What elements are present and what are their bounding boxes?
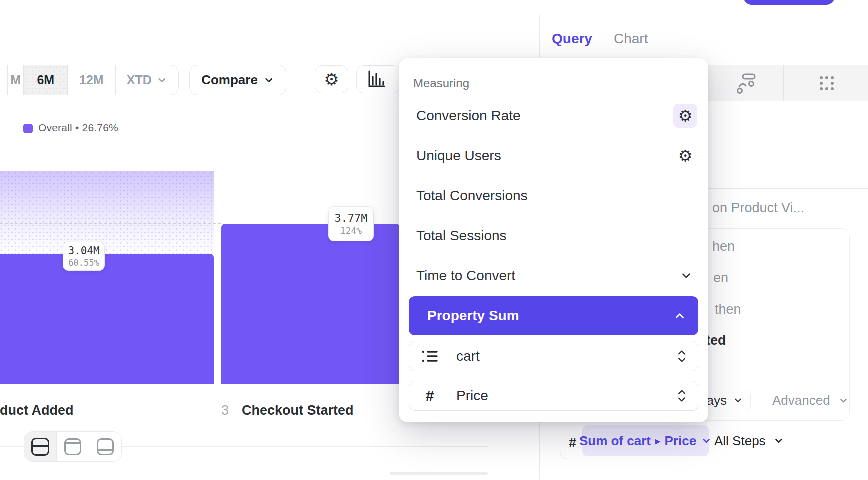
time-range-xtd[interactable]: XTD [116, 66, 178, 95]
item-settings-button[interactable]: ⚙ [674, 104, 698, 128]
top-header-strip [0, 0, 868, 16]
table-top-edge [390, 472, 488, 475]
chevron-down-icon [264, 75, 274, 86]
chart-type-button[interactable] [356, 66, 400, 94]
menu-item-unique-users[interactable]: Unique Users ⚙ [399, 136, 708, 176]
menu-item-time-to-convert[interactable]: Time to Convert [399, 256, 708, 296]
time-range-m[interactable]: M [8, 66, 24, 95]
dots-grid-icon [818, 74, 836, 92]
item-settings-button[interactable]: ⚙ [674, 144, 698, 168]
step-fragment-1: hen [712, 239, 735, 254]
primary-action-button[interactable] [744, 0, 835, 5]
time-range-control: M 6M 12M XTD [0, 65, 179, 96]
bar-chart-icon [367, 70, 387, 89]
split-rows-icon [32, 438, 50, 456]
select-updown-icon [676, 388, 688, 404]
layout-top-panel-button[interactable] [56, 432, 89, 462]
legend-label: Overall • 26.76% [38, 122, 118, 134]
menu-item-conversion-rate[interactable]: Conversion Rate ⚙ [399, 96, 708, 136]
step2-value: 3.04M [68, 245, 100, 257]
list-icon [419, 348, 441, 364]
funnel-value-card-step2: 3.04M 60.55% [63, 242, 105, 271]
chart-settings-button[interactable]: ⚙ [315, 66, 348, 94]
top-panel-icon [64, 438, 82, 456]
bottom-panel-icon [97, 438, 114, 456]
funnel-ghost-step2 [0, 172, 214, 254]
time-range-6m[interactable]: 6M [24, 66, 68, 95]
step3-value: 3.77M [334, 212, 368, 224]
chevron-down-icon [680, 270, 693, 282]
legend-swatch [24, 124, 33, 134]
breadcrumb-arrow-icon: ▸ [656, 436, 660, 447]
event-select-cart[interactable]: cart [409, 341, 698, 372]
funnel-bar-step3[interactable] [222, 224, 400, 384]
step2-axis-label: duct Added [0, 403, 74, 418]
time-range-hidden[interactable] [0, 66, 8, 95]
tab-query[interactable]: Query [552, 31, 592, 47]
advanced-button[interactable]: Advanced [772, 393, 849, 408]
query-toolbar-background [708, 65, 868, 102]
steps-card-header: on Product Vi... [712, 200, 804, 216]
step3-index: 3 [222, 403, 229, 418]
gear-icon: ⚙ [678, 148, 693, 164]
property-sum-chip[interactable]: Sum of cart ▸ Price [582, 426, 709, 456]
chevron-down-icon [701, 436, 712, 446]
query-toolbar-divider [784, 65, 784, 102]
menu-item-total-sessions[interactable]: Total Sessions [399, 216, 708, 256]
select-updown-icon [676, 349, 688, 364]
measuring-dropdown: Measuring Conversion Rate ⚙ Unique Users… [399, 58, 708, 422]
apps-grid-button[interactable] [814, 71, 840, 96]
funnel-reference-dashed-line [0, 223, 221, 224]
gear-icon: ⚙ [324, 71, 339, 88]
chevron-down-icon [774, 436, 784, 446]
step-fragment-4: ted [706, 333, 726, 348]
layout-split-rows-button[interactable] [24, 432, 56, 462]
funnel-bar-step2[interactable] [0, 254, 214, 384]
step-fragment-3: then [715, 302, 742, 318]
breakdown-layout-toggle [24, 432, 122, 462]
number-hash-icon: # [419, 388, 441, 404]
flows-icon [736, 72, 758, 95]
compare-button[interactable]: Compare [190, 65, 286, 96]
chevron-up-icon [674, 310, 686, 322]
all-steps-selector[interactable]: All Steps [714, 430, 784, 452]
chevron-down-icon [156, 75, 168, 86]
chevron-down-icon [733, 396, 744, 406]
property-select-price[interactable]: # Price [409, 381, 698, 411]
menu-item-property-sum-selected[interactable]: Property Sum [409, 296, 698, 336]
step3-pct: 124% [340, 226, 362, 236]
dropdown-title: Measuring [414, 76, 470, 90]
step-fragment-2: en [714, 270, 728, 286]
gear-icon: ⚙ [678, 108, 693, 124]
step3-axis-label: 3Checkout Started [222, 403, 354, 418]
step2-pct: 60.55% [68, 258, 99, 268]
flows-button[interactable] [734, 71, 760, 96]
layout-bottom-panel-button[interactable] [89, 432, 122, 462]
menu-item-total-conversions[interactable]: Total Conversions [399, 176, 708, 216]
time-range-12m[interactable]: 12M [68, 66, 116, 95]
chevron-down-icon [838, 396, 849, 406]
measure-hash-prefix: # [569, 436, 576, 451]
tab-chart[interactable]: Chart [614, 31, 648, 47]
app-screen: M 6M 12M XTD Compare ⚙ Overall • 26.76% … [0, 0, 868, 480]
funnel-value-card-step3: 3.77M 124% [328, 206, 374, 242]
